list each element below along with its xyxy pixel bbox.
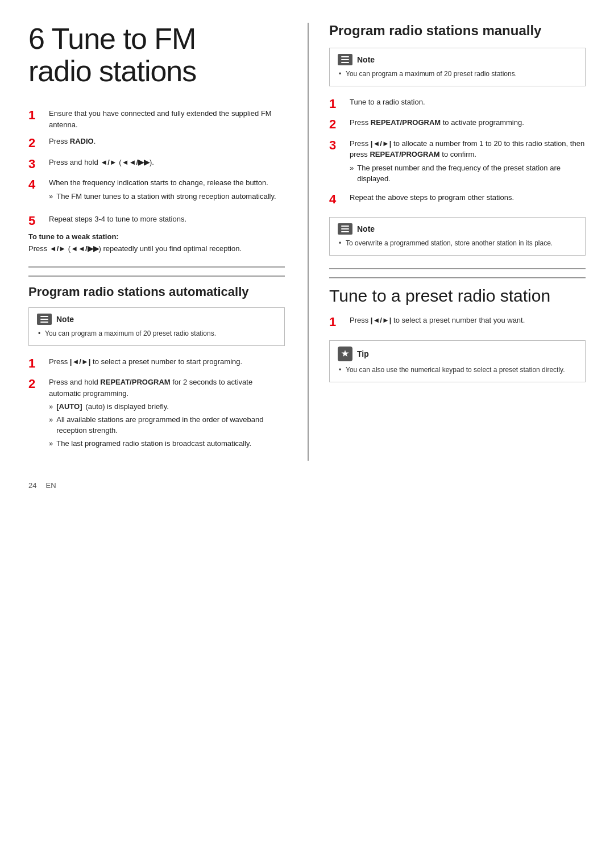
- manual-step-num-2: 2: [329, 117, 350, 132]
- step-text-2: Press RADIO.: [49, 136, 285, 147]
- auto-step-num-1: 1: [28, 356, 49, 371]
- auto-step-2: 2 Press and hold REPEAT/PROGRAM for 2 se…: [28, 377, 285, 450]
- auto-sub-1: [AUTO] (auto) is displayed briefly.: [49, 401, 285, 412]
- note-icon-3: [338, 223, 352, 235]
- note2-text: You can program a maximum of 20 preset r…: [338, 69, 577, 79]
- auto-step-num-2: 2: [28, 377, 49, 391]
- note-box-3: Note To overwrite a programmed station, …: [329, 217, 586, 256]
- preset-step-1: 1 Press |◄/►| to select a preset number …: [329, 315, 586, 329]
- step-num-1: 1: [28, 108, 49, 123]
- note-body-1: You can program a maximum of 20 preset r…: [37, 328, 276, 339]
- step-num-4: 4: [28, 177, 49, 192]
- note-icon-1: [37, 314, 52, 325]
- tip-text: You can also use the numerical keypad to…: [338, 365, 577, 375]
- manual-step-num-1: 1: [329, 97, 350, 111]
- main-title: 6 Tune to FM radio stations: [28, 23, 285, 87]
- manual-step-text-1: Tune to a radio station.: [350, 97, 586, 108]
- note-body-2: You can program a maximum of 20 preset r…: [338, 69, 577, 79]
- tune-steps-list: 1 Ensure that you have connected and ful…: [28, 108, 285, 203]
- manual-step-text-3: Press |◄/►| to allocate a number from 1 …: [350, 138, 586, 186]
- note-header-3: Note: [338, 223, 577, 235]
- manual-step-4: 4 Repeat the above steps to program othe…: [329, 192, 586, 207]
- preset-section: Tune to a preset radio station 1 Press |…: [329, 268, 586, 382]
- chapter-number: 6: [28, 22, 44, 55]
- tip-header: Tip: [338, 347, 577, 361]
- step-text-1: Ensure that you have connected and fully…: [49, 108, 285, 130]
- note-icon-2: [338, 54, 352, 65]
- step-text-4: When the frequency indication starts to …: [49, 177, 285, 203]
- manual-step3-sub-list: The preset number and the frequency of t…: [350, 162, 586, 185]
- note-label-1: Note: [56, 315, 74, 324]
- to-tune-label: To tune to a weak station:: [28, 232, 285, 241]
- right-column: Program radio stations manually Note You…: [308, 23, 586, 461]
- manual-section-title: Program radio stations manually: [329, 23, 586, 39]
- step4-sub-1: The FM tuner tunes to a station with str…: [49, 191, 285, 202]
- manual-step-1: 1 Tune to a radio station.: [329, 97, 586, 111]
- note1-text: You can program a maximum of 20 preset r…: [37, 328, 276, 339]
- manual-steps-list: 1 Tune to a radio station. 2 Press REPEA…: [329, 97, 586, 207]
- tip-icon: [338, 347, 352, 361]
- tune-step-1: 1 Ensure that you have connected and ful…: [28, 108, 285, 130]
- manual-sub-1: The preset number and the frequency of t…: [350, 162, 586, 185]
- step-num-2: 2: [28, 136, 49, 151]
- preset-step-num-1: 1: [329, 315, 350, 329]
- tune-step-3: 3 Press and hold ◄/► (◄◄/▶▶).: [28, 157, 285, 172]
- note-header-1: Note: [37, 314, 276, 325]
- manual-step-text-2: Press REPEAT/PROGRAM to activate program…: [350, 117, 586, 128]
- note3-text: To overwrite a programmed station, store…: [338, 238, 577, 248]
- page-footer: 24 EN: [28, 481, 586, 490]
- to-tune-text: Press ◄/► (◄◄/▶▶) repeatedly until you f…: [28, 243, 285, 254]
- note-label-3: Note: [357, 224, 375, 233]
- main-title-line2: radio stations: [28, 55, 196, 87]
- step-num-5: 5: [28, 214, 49, 228]
- tip-label: Tip: [357, 349, 369, 358]
- tune-step-2: 2 Press RADIO.: [28, 136, 285, 151]
- step4-sub-list: The FM tuner tunes to a station with str…: [49, 191, 285, 202]
- step5-text: Repeat steps 3-4 to tune to more station…: [49, 214, 285, 225]
- tip-body: You can also use the numerical keypad to…: [338, 365, 577, 375]
- tune-step-4: 4 When the frequency indication starts t…: [28, 177, 285, 203]
- note-box-2: Note You can program a maximum of 20 pre…: [329, 48, 586, 86]
- footer-page-number: 24: [28, 481, 36, 490]
- tip-box: Tip You can also use the numerical keypa…: [329, 340, 586, 382]
- step-num-3: 3: [28, 157, 49, 172]
- tune-step-5: 5 Repeat steps 3-4 to tune to more stati…: [28, 214, 285, 228]
- preset-steps-list: 1 Press |◄/►| to select a preset number …: [329, 315, 586, 329]
- preset-step-text-1: Press |◄/►| to select a preset number th…: [350, 315, 586, 326]
- auto-step-text-1: Press |◄/►| to select a preset number to…: [49, 356, 285, 368]
- step-text-3: Press and hold ◄/► (◄◄/▶▶).: [49, 157, 285, 168]
- manual-step-num-4: 4: [329, 192, 350, 207]
- main-title-line1: Tune to FM: [51, 22, 196, 55]
- manual-step-3: 3 Press |◄/►| to allocate a number from …: [329, 138, 586, 186]
- auto-steps-list: 1 Press |◄/►| to select a preset number …: [28, 356, 285, 450]
- manual-step-text-4: Repeat the above steps to program other …: [350, 192, 586, 203]
- manual-step-num-3: 3: [329, 138, 350, 153]
- manual-step-2: 2 Press REPEAT/PROGRAM to activate progr…: [329, 117, 586, 132]
- note-box-1: Note You can program a maximum of 20 pre…: [28, 307, 285, 346]
- auto-step2-sub-list: [AUTO] (auto) is displayed briefly. All …: [49, 401, 285, 449]
- auto-sub-3: The last programed radio station is broa…: [49, 438, 285, 449]
- auto-sub-2: All available stations are programmed in…: [49, 414, 285, 436]
- auto-section-title: Program radio stations automatically: [28, 276, 285, 299]
- auto-step-text-2: Press and hold REPEAT/PROGRAM for 2 seco…: [49, 377, 285, 450]
- auto-program-section: Program radio stations automatically Not…: [28, 266, 285, 450]
- auto-step-1: 1 Press |◄/►| to select a preset number …: [28, 356, 285, 371]
- note-header-2: Note: [338, 54, 577, 65]
- left-column: 6 Tune to FM radio stations 1 Ensure tha…: [28, 23, 285, 461]
- footer-language: EN: [45, 481, 56, 490]
- preset-section-title: Tune to a preset radio station: [329, 277, 586, 306]
- note-body-3: To overwrite a programmed station, store…: [338, 238, 577, 248]
- note-label-2: Note: [357, 55, 375, 64]
